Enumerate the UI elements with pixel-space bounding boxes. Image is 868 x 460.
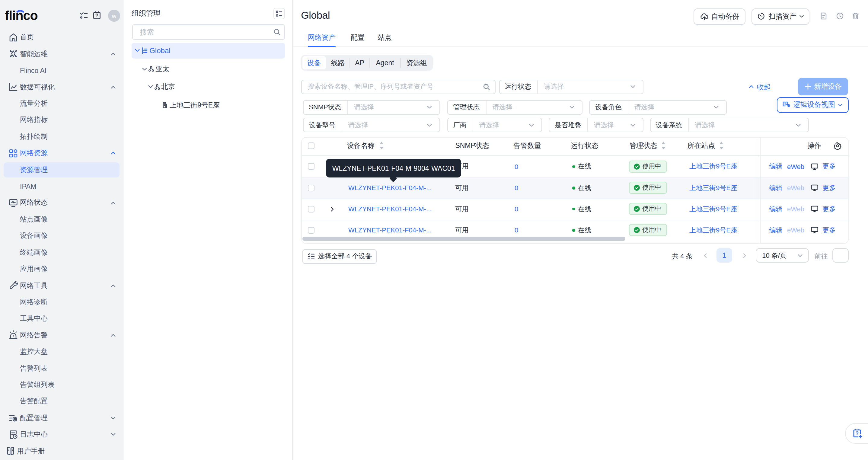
svg-text:?: ?: [95, 13, 98, 18]
svg-text:?: ?: [855, 430, 858, 436]
